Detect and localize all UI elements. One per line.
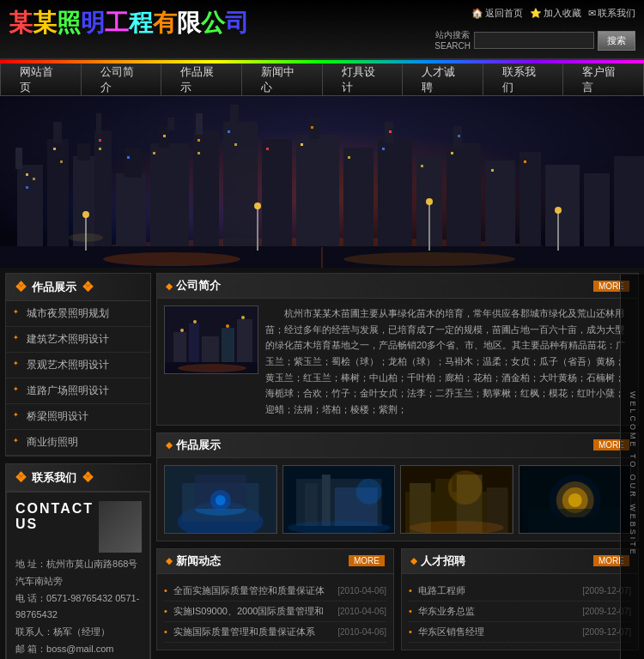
svg-rect-37 bbox=[26, 186, 28, 189]
nav-products[interactable]: 灯具设计 bbox=[323, 63, 404, 96]
nav-news[interactable]: 新闻中心 bbox=[242, 63, 323, 96]
svg-rect-52 bbox=[348, 156, 350, 159]
svg-rect-50 bbox=[301, 143, 303, 146]
search-input[interactable] bbox=[474, 32, 594, 49]
arrow-right-icon: ❖ bbox=[82, 279, 94, 295]
contact-avatar bbox=[99, 501, 142, 553]
svg-point-61 bbox=[103, 252, 240, 266]
svg-point-106 bbox=[448, 470, 483, 505]
work-item-4[interactable] bbox=[519, 465, 632, 534]
dot-icon-2: • bbox=[164, 606, 167, 616]
work-item-2[interactable] bbox=[283, 465, 396, 534]
company-section-title: 公司简介 bbox=[166, 278, 221, 293]
works-section-title: 作品展示 bbox=[166, 438, 221, 453]
svg-rect-48 bbox=[234, 143, 237, 146]
recruit-dot-2: • bbox=[409, 606, 412, 616]
recruit-section-header: 人才招聘 MORE bbox=[402, 549, 638, 574]
contact-arrow-left-icon: ❖ bbox=[15, 469, 27, 486]
svg-rect-16 bbox=[167, 118, 174, 130]
recruit-item-2: • 华东业务总监 [2009-12-07] bbox=[409, 602, 631, 622]
svg-rect-41 bbox=[99, 148, 101, 150]
news-link-1[interactable]: • 全面实施国际质量管控和质量保证体 bbox=[164, 584, 325, 597]
svg-rect-36 bbox=[33, 178, 35, 180]
svg-point-65 bbox=[82, 211, 89, 218]
recruit-item-1: • 电路工程师 [2009-12-07] bbox=[409, 581, 631, 602]
svg-rect-55 bbox=[421, 165, 423, 167]
svg-rect-35 bbox=[26, 173, 28, 176]
nav-home[interactable]: 网站首页 bbox=[0, 63, 82, 96]
logo: 某某照明工程有限公司 bbox=[9, 7, 249, 39]
svg-rect-47 bbox=[228, 130, 230, 133]
svg-rect-43 bbox=[153, 152, 155, 154]
svg-point-111 bbox=[568, 493, 581, 507]
news-item-2: • 实施IS09000、2000国际质量管理和 [2010-04-06] bbox=[164, 602, 386, 622]
bookmark-link[interactable]: ⭐ 加入收藏 bbox=[530, 7, 581, 20]
svg-rect-9 bbox=[77, 143, 90, 160]
svg-rect-113 bbox=[527, 509, 622, 534]
sidebar-item-road[interactable]: 道路广场照明设计 bbox=[6, 378, 150, 404]
banner bbox=[0, 96, 644, 268]
svg-point-83 bbox=[226, 324, 229, 328]
nav-about[interactable]: 公司简介 bbox=[82, 63, 162, 96]
svg-rect-57 bbox=[458, 135, 460, 137]
home-link[interactable]: 🏠 返回首页 bbox=[471, 7, 523, 20]
company-section-header: 公司简介 MORE bbox=[157, 274, 638, 299]
svg-rect-46 bbox=[197, 152, 200, 154]
svg-point-82 bbox=[193, 320, 197, 323]
sidebar-contact-section: ❖ 联系我们 ❖ CONTACT US 地 址：杭州市莫山南路868号 汽车南站… bbox=[5, 463, 151, 659]
contact-link[interactable]: ✉ 联系我们 bbox=[588, 7, 635, 20]
recruit-link-2[interactable]: • 华东业务总监 bbox=[409, 605, 475, 618]
work-item-1[interactable] bbox=[164, 465, 277, 534]
work-item-3[interactable] bbox=[400, 465, 513, 534]
contact-email: 邮 箱：boss@mail.com bbox=[15, 641, 141, 658]
svg-rect-39 bbox=[60, 160, 63, 163]
sidebar-item-city[interactable]: 城市夜景照明规划 bbox=[6, 301, 150, 327]
svg-point-66 bbox=[69, 233, 103, 242]
nav-recruit[interactable]: 人才诚聘 bbox=[403, 63, 483, 96]
works-section-content bbox=[157, 458, 638, 541]
nav-works[interactable]: 作品展示 bbox=[161, 63, 242, 96]
recruit-dot-3: • bbox=[409, 626, 412, 637]
news-section-title: 新闻动态 bbox=[166, 553, 221, 569]
svg-rect-20 bbox=[230, 105, 239, 126]
sidebar-item-bridge[interactable]: 桥梁照明设计 bbox=[6, 404, 150, 430]
svg-rect-49 bbox=[266, 148, 269, 150]
nav-contact[interactable]: 联系我们 bbox=[483, 63, 564, 96]
home-icon: 🏠 bbox=[471, 8, 483, 19]
sidebar-works-section: ❖ 作品展示 ❖ 城市夜景照明规划 建筑艺术照明设计 景观艺术照明设计 道路广场… bbox=[5, 273, 151, 456]
svg-rect-42 bbox=[127, 156, 130, 159]
sidebar-contact-title: ❖ 联系我们 ❖ bbox=[6, 464, 150, 492]
contact-phone: 电 话：0571-98765432 0571-98765432 bbox=[15, 590, 141, 625]
search-button[interactable]: 搜索 bbox=[598, 31, 635, 51]
news-link-2[interactable]: • 实施IS09000、2000国际质量管理和 bbox=[164, 605, 324, 618]
works-grid bbox=[164, 465, 631, 534]
svg-rect-59 bbox=[524, 160, 526, 163]
works-section: 作品展示 MORE bbox=[156, 432, 639, 541]
recruit-section-title: 人才招聘 bbox=[410, 553, 465, 569]
sidebar-item-commercial[interactable]: 商业街照明 bbox=[6, 430, 150, 456]
news-date-3: [2010-04-06] bbox=[337, 627, 386, 637]
news-more-link[interactable]: MORE bbox=[349, 555, 385, 566]
mail-icon: ✉ bbox=[588, 8, 596, 19]
sidebar-item-landscape[interactable]: 景观艺术照明设计 bbox=[6, 353, 150, 378]
svg-rect-44 bbox=[163, 135, 166, 137]
sidebar-item-architecture[interactable]: 建筑艺术照明设计 bbox=[6, 327, 150, 353]
nav: 网站首页 公司简介 作品展示 新闻中心 灯具设计 人才诚聘 联系我们 客户留言 bbox=[0, 63, 644, 96]
recruit-section: 人才招聘 MORE • 电路工程师 [2009-12-07] bbox=[401, 548, 639, 650]
nav-guestbook[interactable]: 客户留言 bbox=[563, 63, 644, 96]
recruit-link-1[interactable]: • 电路工程师 bbox=[409, 584, 465, 597]
news-date-2: [2010-04-06] bbox=[337, 607, 386, 616]
recruit-link-3[interactable]: • 华东区销售经理 bbox=[409, 626, 484, 638]
svg-rect-45 bbox=[197, 139, 200, 142]
arrow-left-icon: ❖ bbox=[15, 279, 27, 295]
svg-rect-11 bbox=[96, 113, 101, 135]
svg-rect-94 bbox=[304, 483, 317, 526]
welcome-text: WELCOME TO OUR WEBSITE bbox=[620, 275, 644, 659]
svg-rect-13 bbox=[125, 148, 142, 178]
news-link-3[interactable]: • 实施国际质量管理和质量保证体系 bbox=[164, 626, 315, 638]
recruit-dot-1: • bbox=[409, 585, 412, 596]
company-section-content: 杭州市某某木苗圃主要从事绿化苗木的培育，常年供应各郡城市绿化及荒山还林用苗；经过… bbox=[157, 299, 638, 425]
dot-icon-1: • bbox=[164, 585, 167, 596]
recruit-item-3: • 华东区销售经理 [2009-12-07] bbox=[409, 622, 631, 643]
svg-point-70 bbox=[426, 198, 433, 205]
